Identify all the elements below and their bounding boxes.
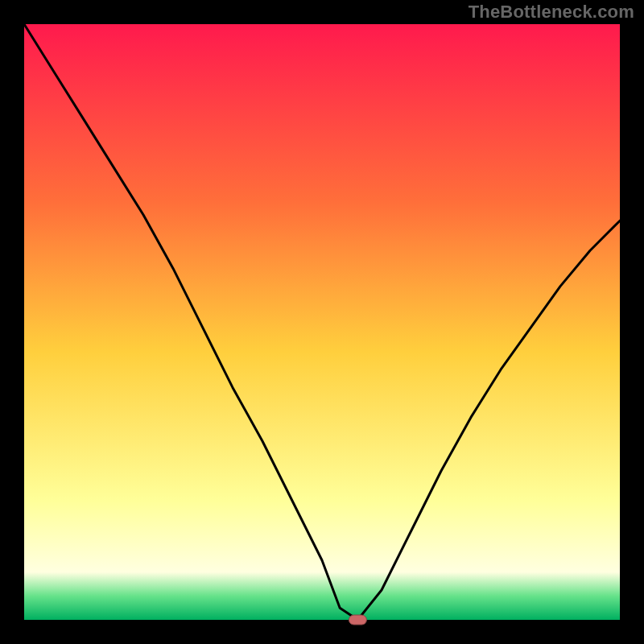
plot-background xyxy=(24,24,620,620)
bottleneck-chart xyxy=(0,0,644,644)
optimal-marker xyxy=(349,615,366,625)
chart-frame: { "watermark": "TheBottleneck.com", "col… xyxy=(0,0,644,644)
watermark-text: TheBottleneck.com xyxy=(469,2,634,23)
